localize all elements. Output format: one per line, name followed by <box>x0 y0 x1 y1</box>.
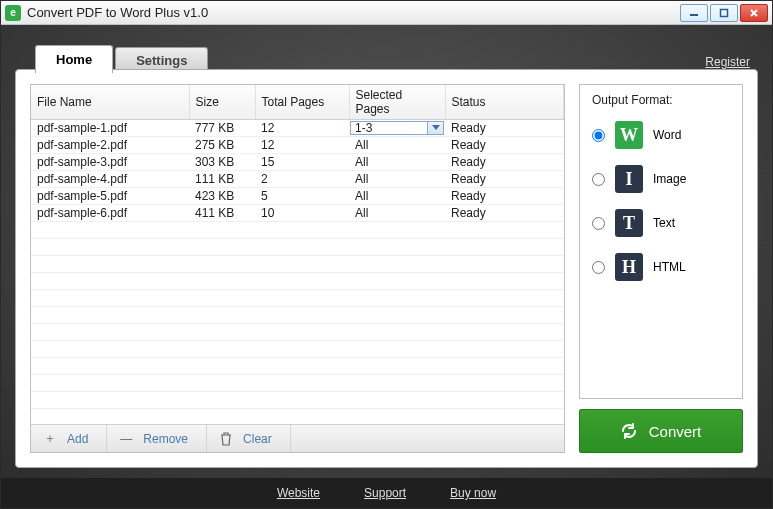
add-button[interactable]: ＋ Add <box>31 425 107 452</box>
cell-size: 111 KB <box>189 171 255 188</box>
table-row[interactable]: pdf-sample-3.pdf303 KB15AllReady <box>31 154 564 171</box>
table-row[interactable]: pdf-sample-2.pdf275 KB12AllReady <box>31 137 564 154</box>
cell-size: 423 KB <box>189 188 255 205</box>
clear-button[interactable]: Clear <box>207 425 291 452</box>
titlebar: e Convert PDF to Word Plus v1.0 <box>1 1 772 25</box>
col-total-pages[interactable]: Total Pages <box>255 85 349 120</box>
table-row[interactable]: pdf-sample-4.pdf111 KB2AllReady <box>31 171 564 188</box>
cell-status: Ready <box>445 120 564 137</box>
table-row-empty <box>31 375 564 392</box>
footer-support-link[interactable]: Support <box>364 486 406 500</box>
footer-buy-link[interactable]: Buy now <box>450 486 496 500</box>
cell-status: Ready <box>445 205 564 222</box>
file-table-container: File Name Size Total Pages Selected Page… <box>30 84 565 453</box>
remove-label: Remove <box>143 432 188 446</box>
main-panel: File Name Size Total Pages Selected Page… <box>15 69 758 468</box>
cell-selected: All <box>349 137 445 154</box>
window-buttons <box>680 4 768 22</box>
table-toolbar: ＋ Add — Remove Clear <box>31 424 564 452</box>
table-row-empty <box>31 222 564 239</box>
plus-icon: ＋ <box>43 430 57 447</box>
maximize-button[interactable] <box>710 4 738 22</box>
format-radio-word[interactable] <box>592 129 605 142</box>
text-icon: T <box>615 209 643 237</box>
cell-size: 275 KB <box>189 137 255 154</box>
cell-file: pdf-sample-2.pdf <box>31 137 189 154</box>
selected-pages-combo[interactable]: 1-3 <box>349 120 445 137</box>
table-row-empty <box>31 358 564 375</box>
format-option-text[interactable]: T Text <box>592 209 730 237</box>
cell-pages: 2 <box>255 171 349 188</box>
app-icon: e <box>5 5 21 21</box>
cell-selected: All <box>349 154 445 171</box>
col-selected-pages[interactable]: Selected Pages <box>349 85 445 120</box>
window-title: Convert PDF to Word Plus v1.0 <box>27 5 680 20</box>
format-option-image[interactable]: I Image <box>592 165 730 193</box>
table-row[interactable]: pdf-sample-6.pdf411 KB10AllReady <box>31 205 564 222</box>
table-row-empty <box>31 341 564 358</box>
table-row-empty <box>31 307 564 324</box>
cell-status: Ready <box>445 137 564 154</box>
close-icon <box>749 8 759 18</box>
close-button[interactable] <box>740 4 768 22</box>
table-row-empty <box>31 324 564 341</box>
cell-status: Ready <box>445 188 564 205</box>
format-label-text: Text <box>653 216 675 230</box>
output-format-box: Output Format: W Word I Image <box>579 84 743 399</box>
col-size[interactable]: Size <box>189 85 255 120</box>
image-icon: I <box>615 165 643 193</box>
format-option-word[interactable]: W Word <box>592 121 730 149</box>
convert-label: Convert <box>649 423 702 440</box>
minimize-icon <box>689 8 699 18</box>
minus-icon: — <box>119 432 133 446</box>
cell-file: pdf-sample-3.pdf <box>31 154 189 171</box>
table-row-empty <box>31 290 564 307</box>
minimize-button[interactable] <box>680 4 708 22</box>
cell-pages: 10 <box>255 205 349 222</box>
chevron-down-icon[interactable] <box>427 122 443 134</box>
table-row-empty <box>31 256 564 273</box>
cell-file: pdf-sample-6.pdf <box>31 205 189 222</box>
cell-size: 411 KB <box>189 205 255 222</box>
refresh-icon <box>621 423 637 439</box>
cell-pages: 5 <box>255 188 349 205</box>
app-window: e Convert PDF to Word Plus v1.0 Register… <box>0 0 773 509</box>
remove-button[interactable]: — Remove <box>107 425 207 452</box>
cell-size: 303 KB <box>189 154 255 171</box>
table-row[interactable]: pdf-sample-5.pdf423 KB5AllReady <box>31 188 564 205</box>
col-status[interactable]: Status <box>445 85 564 120</box>
clear-label: Clear <box>243 432 272 446</box>
table-row-empty <box>31 239 564 256</box>
format-label-image: Image <box>653 172 686 186</box>
footer: Website Support Buy now <box>1 478 772 508</box>
cell-selected: All <box>349 188 445 205</box>
add-label: Add <box>67 432 88 446</box>
maximize-icon <box>719 8 729 18</box>
format-radio-html[interactable] <box>592 261 605 274</box>
footer-website-link[interactable]: Website <box>277 486 320 500</box>
cell-file: pdf-sample-4.pdf <box>31 171 189 188</box>
format-radio-image[interactable] <box>592 173 605 186</box>
cell-status: Ready <box>445 154 564 171</box>
format-label-html: HTML <box>653 260 686 274</box>
convert-button[interactable]: Convert <box>579 409 743 453</box>
cell-pages: 12 <box>255 120 349 137</box>
cell-selected: All <box>349 171 445 188</box>
cell-pages: 15 <box>255 154 349 171</box>
cell-file: pdf-sample-5.pdf <box>31 188 189 205</box>
output-format-title: Output Format: <box>592 93 730 107</box>
table-row-empty <box>31 392 564 409</box>
word-icon: W <box>615 121 643 149</box>
table-row[interactable]: pdf-sample-1.pdf777 KB121-3Ready <box>31 120 564 137</box>
col-file-name[interactable]: File Name <box>31 85 189 120</box>
register-link[interactable]: Register <box>705 55 750 69</box>
tab-home[interactable]: Home <box>35 45 113 73</box>
cell-size: 777 KB <box>189 120 255 137</box>
cell-status: Ready <box>445 171 564 188</box>
format-option-html[interactable]: H HTML <box>592 253 730 281</box>
cell-pages: 12 <box>255 137 349 154</box>
svg-rect-1 <box>721 9 728 16</box>
html-icon: H <box>615 253 643 281</box>
table-row-empty <box>31 273 564 290</box>
format-radio-text[interactable] <box>592 217 605 230</box>
